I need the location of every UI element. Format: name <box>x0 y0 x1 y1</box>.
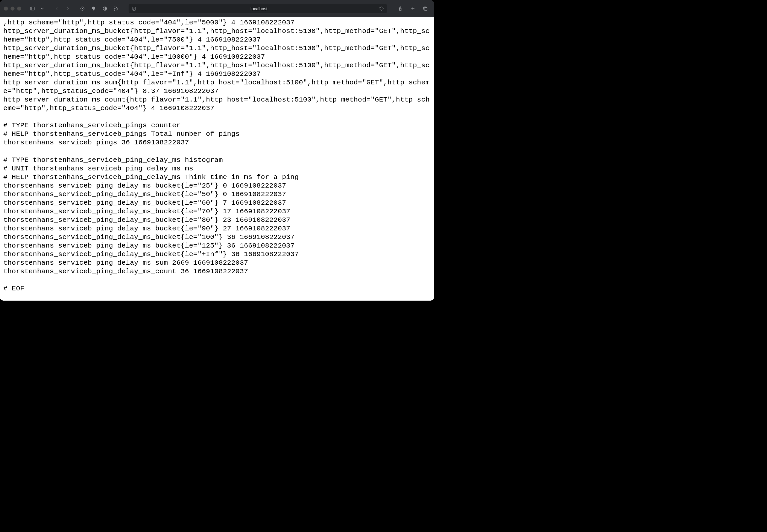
sidebar-toggle-button[interactable] <box>28 4 37 13</box>
svg-rect-0 <box>30 7 34 10</box>
sidebar-menu-chevron-icon[interactable] <box>38 4 47 13</box>
svg-marker-4 <box>92 7 95 11</box>
browser-toolbar: localhost <box>0 0 434 17</box>
back-button[interactable] <box>52 4 61 13</box>
maximize-window-button[interactable] <box>17 7 21 11</box>
share-button[interactable] <box>396 4 405 13</box>
tabs-overview-button[interactable] <box>421 4 430 13</box>
rss-icon[interactable] <box>111 4 121 13</box>
reader-mode-icon[interactable] <box>132 7 136 11</box>
window-controls <box>4 7 21 11</box>
address-bar[interactable]: localhost <box>129 4 387 13</box>
forward-button[interactable] <box>63 4 73 13</box>
reload-button[interactable] <box>379 6 384 11</box>
close-window-button[interactable] <box>4 7 8 11</box>
metrics-output: ,http_scheme="http",http_status_code="40… <box>3 18 431 293</box>
svg-point-3 <box>82 8 83 9</box>
extension-icon[interactable] <box>78 4 87 13</box>
svg-point-6 <box>114 10 115 11</box>
new-tab-button[interactable] <box>408 4 418 13</box>
svg-rect-13 <box>425 8 428 11</box>
minimize-window-button[interactable] <box>11 7 15 11</box>
shield-icon[interactable] <box>89 4 98 13</box>
contrast-icon[interactable] <box>100 4 109 13</box>
page-content[interactable]: ,http_scheme="http",http_status_code="40… <box>0 17 434 301</box>
address-text: localhost <box>139 6 379 11</box>
browser-window: localhost ,http_scheme="http",http_statu… <box>0 0 434 301</box>
